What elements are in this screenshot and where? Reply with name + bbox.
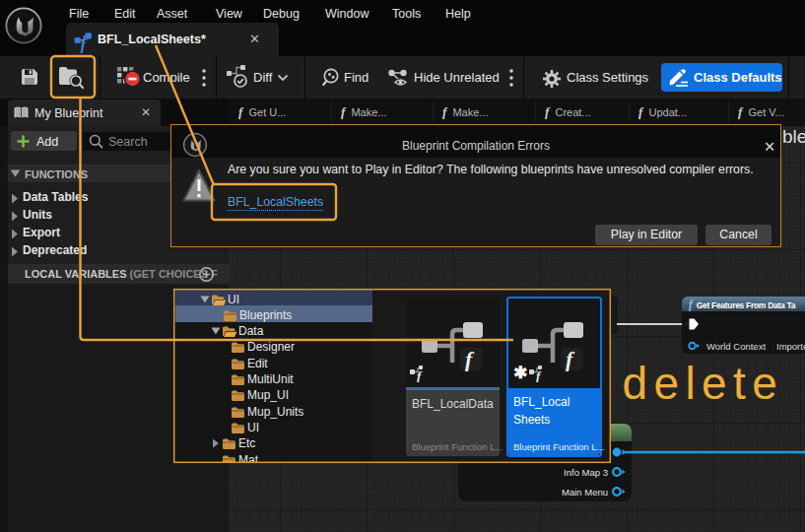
svg-text:f: f xyxy=(417,368,423,382)
svg-text:f: f xyxy=(536,368,542,382)
